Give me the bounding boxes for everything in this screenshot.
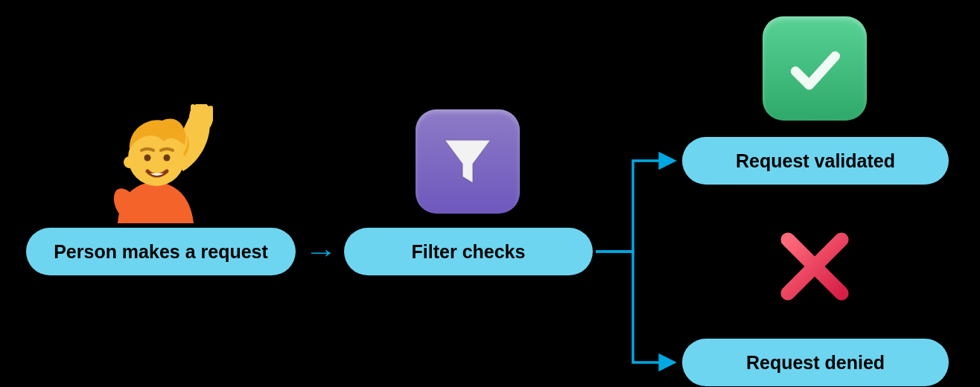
step-request-label: Person makes a request bbox=[54, 241, 268, 263]
filter-icon bbox=[416, 109, 520, 214]
svg-point-8 bbox=[144, 155, 151, 161]
svg-point-7 bbox=[177, 156, 189, 168]
svg-rect-2 bbox=[197, 104, 201, 122]
step-denied: Request denied bbox=[682, 339, 949, 386]
person-raising-hand-icon bbox=[95, 104, 222, 223]
svg-rect-1 bbox=[191, 104, 195, 122]
arrow-branch-icon bbox=[590, 127, 694, 387]
step-request: Person makes a request bbox=[26, 228, 296, 275]
svg-point-9 bbox=[164, 155, 171, 161]
step-denied-label: Request denied bbox=[746, 352, 885, 374]
step-filter: Filter checks bbox=[344, 228, 593, 275]
arrow-right-icon: → bbox=[305, 237, 337, 266]
cross-icon bbox=[763, 214, 867, 319]
checkmark-icon bbox=[763, 16, 867, 121]
svg-rect-4 bbox=[209, 106, 213, 122]
step-validated-label: Request validated bbox=[736, 150, 895, 172]
svg-rect-3 bbox=[203, 104, 207, 122]
step-validated: Request validated bbox=[682, 137, 949, 185]
svg-point-6 bbox=[124, 156, 136, 168]
step-filter-label: Filter checks bbox=[412, 241, 526, 263]
